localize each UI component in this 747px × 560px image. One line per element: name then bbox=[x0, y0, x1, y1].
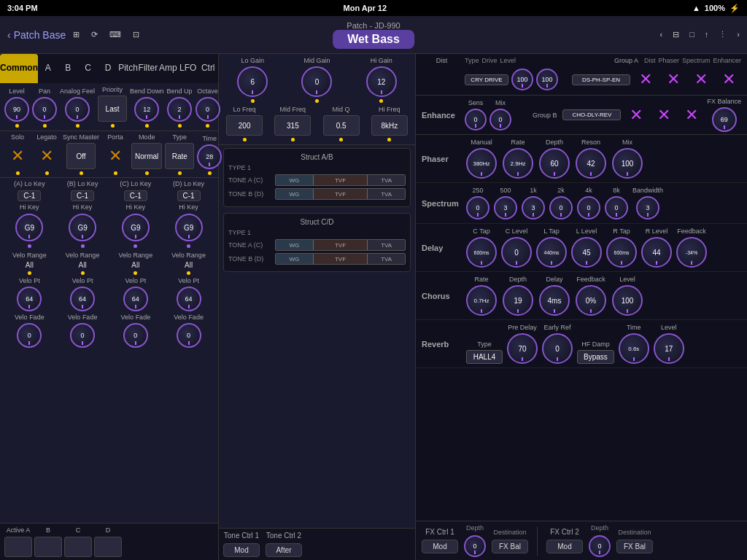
analog-feel-knob[interactable]: 0 bbox=[65, 97, 90, 122]
new-icon[interactable]: □ bbox=[689, 30, 694, 39]
chorus-delay-knob[interactable]: 4ms bbox=[539, 285, 570, 316]
spec-1k-knob[interactable]: 3 bbox=[522, 196, 545, 219]
chorus-depth-knob[interactable]: 19 bbox=[503, 285, 533, 316]
velo-range-c[interactable]: All bbox=[111, 260, 161, 269]
more-icon[interactable]: ⋮ bbox=[719, 30, 727, 39]
type-select[interactable]: Rate bbox=[165, 143, 194, 169]
fx-ctrl2-dest-btn[interactable]: FX Bal bbox=[616, 540, 653, 553]
copy-icon[interactable]: ⊡ bbox=[133, 30, 139, 39]
delay-ltap-knob[interactable]: 440ms bbox=[536, 237, 567, 268]
delay-ctap-knob[interactable]: 600ms bbox=[466, 237, 497, 268]
chorus-x-btn[interactable]: ✕ bbox=[624, 103, 649, 128]
delay-llevel-knob[interactable]: 45 bbox=[571, 237, 602, 268]
velo-pt-b[interactable]: 64 bbox=[70, 287, 95, 311]
velo-range-d[interactable]: All bbox=[163, 260, 214, 269]
spec-500-knob[interactable]: 3 bbox=[494, 196, 517, 219]
tab-amp[interactable]: Amp bbox=[158, 54, 178, 83]
phaser-rate-knob[interactable]: 2.9Hz bbox=[503, 148, 533, 179]
tab-a[interactable]: A bbox=[38, 54, 58, 83]
priority-select[interactable]: Last bbox=[98, 96, 127, 122]
mid-gain-knob[interactable]: 0 bbox=[301, 66, 332, 97]
velo-fade-a[interactable]: 0 bbox=[17, 323, 42, 348]
reverb-time-knob[interactable]: 0.6s bbox=[619, 333, 649, 364]
enhance-sens-knob[interactable]: 0 bbox=[465, 109, 487, 131]
velo-range-a[interactable]: All bbox=[4, 260, 55, 269]
lo-freq[interactable]: 200 bbox=[226, 115, 263, 136]
fx-ctrl1-dest-btn[interactable]: FX Bal bbox=[492, 540, 528, 553]
tone-c-hikey[interactable]: G9 bbox=[122, 214, 150, 241]
active-a-btn[interactable] bbox=[4, 537, 32, 557]
dist-type[interactable]: CRY DRIVE bbox=[465, 74, 508, 85]
tab-filter[interactable]: Filter bbox=[138, 54, 158, 83]
delay-rlevel-knob[interactable]: 44 bbox=[641, 237, 672, 268]
hi-freq[interactable]: 8kHz bbox=[371, 115, 408, 136]
chorus-level-knob[interactable]: 100 bbox=[612, 285, 643, 316]
folder-icon[interactable]: ⊞ bbox=[73, 30, 80, 39]
tab-lfo[interactable]: LFO bbox=[178, 54, 198, 83]
tone-b-hikey[interactable]: G9 bbox=[69, 214, 96, 241]
phaser-mix-knob[interactable]: 100 bbox=[612, 148, 643, 179]
legato-button[interactable]: ✕ bbox=[34, 143, 60, 169]
velo-pt-a[interactable]: 64 bbox=[17, 287, 42, 311]
spec-2k-knob[interactable]: 0 bbox=[549, 196, 573, 219]
active-b-btn[interactable] bbox=[34, 537, 62, 557]
tone-c-lokey[interactable]: C-1 bbox=[124, 190, 147, 201]
after-btn[interactable]: After bbox=[266, 543, 302, 557]
porta-button[interactable]: ✕ bbox=[102, 143, 128, 169]
reverb-level-knob[interactable]: 17 bbox=[654, 333, 684, 364]
dist-x-btn[interactable]: ✕ bbox=[633, 67, 658, 92]
active-d-btn[interactable] bbox=[94, 537, 122, 557]
fx-ctrl2-depth-knob[interactable]: 0 bbox=[589, 535, 611, 557]
bend-down-knob[interactable]: 12 bbox=[134, 97, 159, 122]
tone-d-lokey[interactable]: C-1 bbox=[177, 190, 201, 201]
phaser-manual-knob[interactable]: 380Hz bbox=[466, 148, 497, 179]
mod-btn1[interactable]: Mod bbox=[223, 543, 260, 557]
spec-250-knob[interactable]: 0 bbox=[466, 196, 489, 219]
refresh-icon[interactable]: ⟳ bbox=[91, 30, 98, 39]
tone-a-hikey[interactable]: G9 bbox=[15, 214, 43, 241]
back-button[interactable]: ‹ Patch Base bbox=[7, 29, 66, 41]
bend-up-knob[interactable]: 2 bbox=[167, 97, 192, 122]
tab-ctrl[interactable]: Ctrl bbox=[198, 54, 218, 83]
lo-gain-knob[interactable]: 6 bbox=[237, 66, 268, 97]
reverb-predelay-knob[interactable]: 70 bbox=[507, 333, 538, 364]
fx-ctrl1-depth-knob[interactable]: 0 bbox=[464, 535, 486, 557]
enhancer-x-btn[interactable]: ✕ bbox=[716, 67, 741, 92]
dist-drive-knob[interactable]: 100 bbox=[511, 69, 533, 90]
group-b-val[interactable]: CHO-DLY-REV bbox=[562, 109, 621, 120]
save-icon[interactable]: ⊟ bbox=[673, 30, 679, 39]
phaser-reson-knob[interactable]: 42 bbox=[576, 148, 606, 179]
next-icon[interactable]: › bbox=[737, 30, 740, 39]
delay-x-btn[interactable]: ✕ bbox=[651, 103, 676, 128]
active-c-btn[interactable] bbox=[64, 537, 92, 557]
tab-common[interactable]: Common bbox=[0, 54, 38, 83]
group-a-val[interactable]: DS-PH-SP-EN bbox=[572, 74, 630, 85]
velo-range-b[interactable]: All bbox=[58, 260, 108, 269]
time-knob[interactable]: 28 bbox=[197, 144, 222, 169]
mid-q[interactable]: 0.5 bbox=[323, 115, 360, 136]
delay-clevel-knob[interactable]: 0 bbox=[501, 237, 532, 268]
mid-freq[interactable]: 315 bbox=[274, 115, 311, 136]
velo-pt-d[interactable]: 64 bbox=[177, 287, 201, 311]
delay-rtap-knob[interactable]: 600ms bbox=[606, 237, 637, 268]
spec-4k-knob[interactable]: 0 bbox=[577, 196, 600, 219]
prev-icon[interactable]: ‹ bbox=[660, 30, 663, 39]
reverb-type[interactable]: HALL4 bbox=[466, 350, 503, 364]
sync-select[interactable]: Off bbox=[66, 143, 96, 169]
tone-a-lokey[interactable]: C-1 bbox=[18, 190, 41, 201]
pan-knob[interactable]: 0 bbox=[32, 97, 57, 122]
velo-pt-c[interactable]: 64 bbox=[123, 287, 148, 311]
level-knob[interactable]: 90 bbox=[4, 97, 29, 122]
fx-ctrl1-mod-btn[interactable]: Mod bbox=[422, 540, 458, 553]
phaser-x-btn[interactable]: ✕ bbox=[661, 67, 686, 92]
tab-d[interactable]: D bbox=[98, 54, 117, 83]
fx-balance-knob[interactable]: 69 bbox=[712, 107, 737, 132]
phaser-depth-knob[interactable]: 60 bbox=[539, 148, 570, 179]
chorus-rate-knob[interactable]: 0.7Hz bbox=[466, 285, 497, 316]
tab-b[interactable]: B bbox=[58, 54, 77, 83]
chorus-feedback-knob[interactable]: 0% bbox=[576, 285, 606, 316]
tab-pitch[interactable]: Pitch bbox=[118, 54, 138, 83]
octave-knob[interactable]: 0 bbox=[196, 97, 220, 122]
tone-b-lokey[interactable]: C-1 bbox=[71, 190, 94, 201]
spec-8k-knob[interactable]: 0 bbox=[605, 196, 628, 219]
